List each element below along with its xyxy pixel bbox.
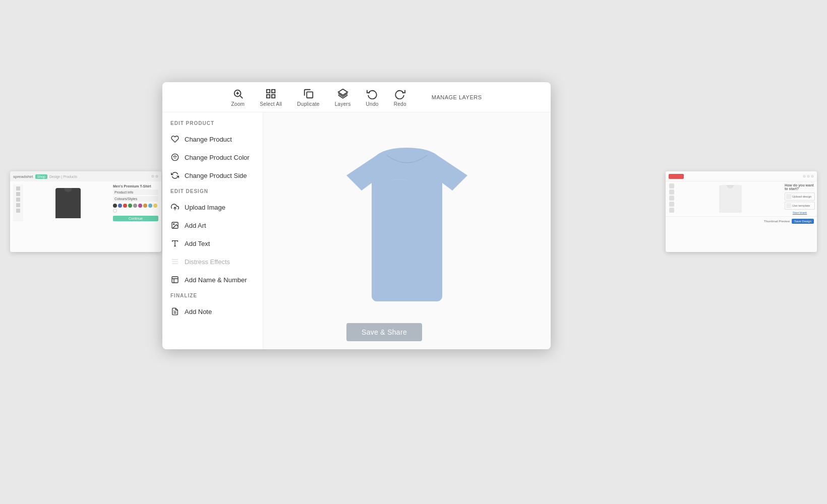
add-note-icon [170,307,180,316]
upload-image-label: Upload Image [185,204,225,211]
undo-tool[interactable]: Undo [366,88,379,107]
mini-body-left: Men's Premium T-Shirt Product info Colou… [10,181,161,224]
center-canvas: Save & Share [263,112,551,349]
layers-tool[interactable]: Layers [335,88,351,107]
layers-label: Layers [335,101,351,107]
mini-body-right: How do you want to start? Upload design … [666,181,817,216]
svg-line-1 [240,96,243,98]
mini-color-swatches [113,204,158,213]
svg-point-14 [173,224,174,225]
change-product-color-icon [170,153,180,162]
mini-detail-row2: Colours/Styles [113,196,158,202]
svg-rect-7 [272,94,275,97]
change-product-side-item[interactable]: Change Product Side [162,166,263,184]
mini-choose-title: How do you want to start? [785,183,815,191]
layers-icon [337,88,349,100]
add-name-number-label: Add Name & Number [185,276,247,284]
mini-footer-text: Thumbnail Preview [764,220,790,223]
add-art-item[interactable]: Add Art [162,216,263,234]
finalize-section-label: FINALIZE [162,293,263,302]
change-product-side-label: Change Product Side [185,172,247,179]
undo-label: Undo [366,101,379,107]
distress-effects-item: Distress Effects [162,253,263,271]
mini-tools-right [668,183,676,214]
distress-effects-icon [170,257,180,266]
mini-sidebar [13,184,23,221]
select-all-icon [265,88,277,100]
add-text-label: Add Text [185,240,210,247]
mini-footer-right: Thumbnail Preview Save Design [666,216,817,226]
add-name-number-item[interactable]: Add Name & Number [162,271,263,289]
change-product-item[interactable]: Change Product [162,130,263,148]
mini-product-info: Men's Premium T-Shirt Product info Colou… [113,184,158,221]
mini-badge: Shop [35,174,47,179]
add-art-icon [170,221,180,230]
zoom-tool[interactable]: Zoom [231,88,245,107]
mini-shirt-preview [26,184,110,221]
duplicate-label: Duplicate [297,101,319,107]
change-product-icon [170,135,180,144]
undo-icon [366,88,378,100]
mini-shirt-black [55,188,81,218]
svg-rect-8 [307,92,313,98]
add-art-label: Add Art [185,222,206,229]
upload-image-icon [170,203,180,212]
distress-effects-label: Distress Effects [185,258,230,266]
edit-product-section-label: EDIT PRODUCT [162,120,263,130]
zoom-icon [232,88,244,100]
change-product-label: Change Product [185,136,232,143]
mini-tabs: Design | Products [49,175,77,178]
duplicate-tool[interactable]: Duplicate [297,88,319,107]
mini-actions: ⊙ ⊙ [151,174,158,178]
add-text-icon [170,239,180,248]
change-product-color-item[interactable]: Change Product Color [162,148,263,166]
add-text-item[interactable]: Add Text [162,234,263,253]
redo-label: Redo [394,101,406,107]
mini-shirt-right-area [678,183,783,214]
tshirt-preview [326,140,488,322]
mini-choose-section: How do you want to start? Upload design … [785,183,815,214]
mini-header-left: spreadshirt Shop Design | Products ⊙ ⊙ [10,171,161,181]
change-product-color-label: Change Product Color [185,154,250,161]
select-all-tool[interactable]: Select All [260,88,282,107]
svg-rect-20 [172,277,178,283]
mini-logo [669,174,684,179]
zoom-label: Zoom [231,101,245,107]
edit-design-section-label: EDIT DESIGN [162,188,263,198]
select-all-label: Select All [260,101,282,107]
redo-icon [394,88,406,100]
mini-product-title: Men's Premium T-Shirt [113,184,158,188]
mini-header-right: ⊙ ⊙ ⊙ [666,171,817,181]
change-product-side-icon [170,171,180,180]
svg-rect-5 [272,89,275,92]
mini-start-blank: Start blank [793,211,807,214]
mini-footer-btn: Save Design [792,219,814,224]
add-note-item[interactable]: Add Note [162,302,263,321]
mini-detail-row1: Product info [113,190,158,195]
upload-image-item[interactable]: Upload Image [162,198,263,216]
main-editor-modal: Zoom Select All Duplicate [162,82,551,349]
mini-option2: Use template [785,202,815,210]
background-panel-left: spreadshirt Shop Design | Products ⊙ ⊙ M… [10,171,161,252]
redo-tool[interactable]: Redo [394,88,406,107]
mini-shirt-white [719,185,742,213]
toolbar: Zoom Select All Duplicate [162,82,551,112]
add-note-label: Add Note [185,308,212,316]
save-share-button[interactable]: Save & Share [346,323,422,341]
manage-layers-button[interactable]: MANAGE LAYERS [432,94,482,100]
mini-header-right-text: ⊙ ⊙ ⊙ [803,174,814,178]
duplicate-icon [303,88,315,100]
add-name-number-icon [170,275,180,284]
svg-rect-6 [267,94,270,97]
content-area: EDIT PRODUCT Change Product C [162,112,551,349]
mini-option1: Upload design [785,193,815,201]
background-panel-right: ⊙ ⊙ ⊙ How do you want to start? Upload d… [666,171,817,252]
mini-breadcrumb: spreadshirt [13,174,33,179]
left-panel: EDIT PRODUCT Change Product C [162,112,263,349]
mini-continue-btn: Continue [113,216,158,221]
svg-rect-4 [267,89,270,92]
